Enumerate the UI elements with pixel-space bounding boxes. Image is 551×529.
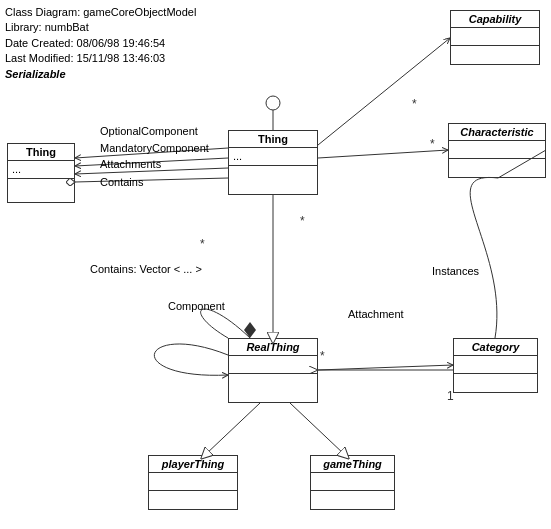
class-category-name: Category <box>454 339 537 356</box>
svg-point-0 <box>266 96 280 110</box>
class-category: Category <box>453 338 538 393</box>
class-player-thing: playerThing <box>148 455 238 510</box>
class-thing-center-attrs: ... <box>229 148 317 166</box>
svg-text:*: * <box>200 237 205 251</box>
class-game-thing-methods <box>311 491 394 505</box>
class-game-thing: gameThing <box>310 455 395 510</box>
svg-line-10 <box>318 365 453 370</box>
class-game-thing-name: gameThing <box>311 456 394 473</box>
class-capability-attrs <box>451 28 539 46</box>
class-capability-methods <box>451 46 539 60</box>
last-modified: Last Modified: 15/11/98 13:46:03 <box>5 51 196 66</box>
class-characteristic-methods <box>449 159 545 173</box>
label-attachment: Attachment <box>348 308 404 320</box>
label-optional-component: OptionalComponent <box>100 125 198 137</box>
class-thing-center-methods <box>229 166 317 180</box>
class-thing-center: Thing ... <box>228 130 318 195</box>
class-characteristic-attrs <box>449 141 545 159</box>
class-capability: Capability <box>450 10 540 65</box>
class-thing-left: Thing ... <box>7 143 75 203</box>
class-real-thing-name: RealThing <box>229 339 317 356</box>
label-component: Component <box>168 300 225 312</box>
svg-text:*: * <box>430 137 435 151</box>
class-game-thing-attrs <box>311 473 394 491</box>
svg-text:*: * <box>412 97 417 111</box>
label-contains-vector: Contains: Vector < ... > <box>90 263 202 275</box>
class-player-thing-attrs <box>149 473 237 491</box>
label-instances: Instances <box>432 265 479 277</box>
class-real-thing: RealThing <box>228 338 318 403</box>
class-thing-left-methods <box>8 179 74 193</box>
date-created: Date Created: 08/06/98 19:46:54 <box>5 36 196 51</box>
label-mandatory-component: MandatoryComponent <box>100 142 209 154</box>
class-thing-left-name: Thing <box>8 144 74 161</box>
svg-line-13 <box>290 403 345 455</box>
class-category-methods <box>454 374 537 388</box>
svg-line-12 <box>205 403 260 455</box>
diagram-title: Class Diagram: gameCoreObjectModel <box>5 5 196 20</box>
info-panel: Class Diagram: gameCoreObjectModel Libra… <box>5 5 196 82</box>
class-capability-name: Capability <box>451 11 539 28</box>
serializable-label: Serializable <box>5 67 196 82</box>
svg-marker-9 <box>244 322 256 338</box>
class-real-thing-methods <box>229 374 317 388</box>
class-thing-center-name: Thing <box>229 131 317 148</box>
class-player-thing-name: playerThing <box>149 456 237 473</box>
label-attachments: Attachments <box>100 158 161 170</box>
library: Library: numbBat <box>5 20 196 35</box>
svg-text:*: * <box>320 349 325 363</box>
class-characteristic: Characteristic <box>448 123 546 178</box>
svg-line-5 <box>75 178 228 182</box>
label-contains: Contains <box>100 176 143 188</box>
svg-line-6 <box>318 38 450 145</box>
class-thing-left-attrs: ... <box>8 161 74 179</box>
class-real-thing-attrs <box>229 356 317 374</box>
svg-text:*: * <box>300 214 305 228</box>
svg-line-7 <box>318 150 448 158</box>
class-characteristic-name: Characteristic <box>449 124 545 141</box>
class-player-thing-methods <box>149 491 237 505</box>
class-category-attrs <box>454 356 537 374</box>
